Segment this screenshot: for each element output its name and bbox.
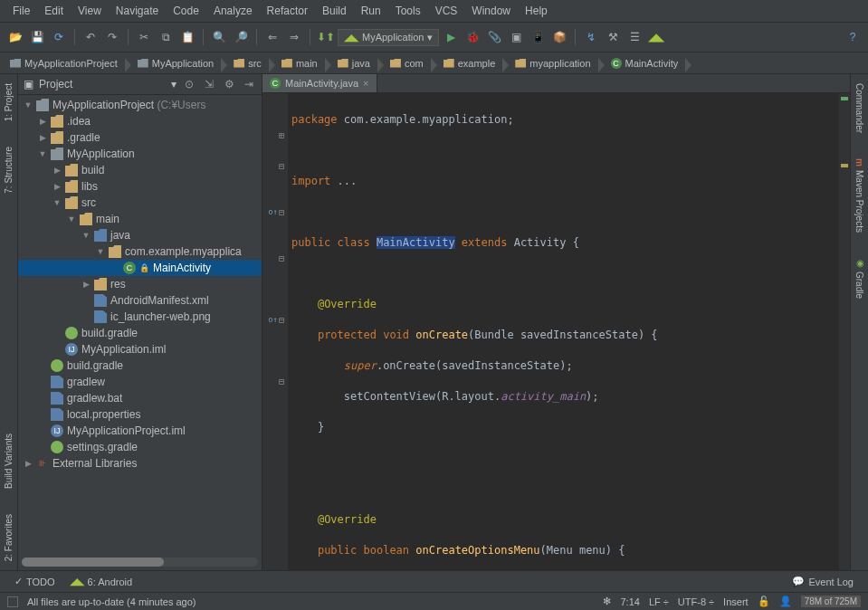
menu-edit[interactable]: Edit — [39, 3, 69, 19]
debug-icon[interactable]: 🐞 — [463, 27, 482, 47]
sync-icon[interactable]: ⟳ — [49, 27, 69, 47]
tree-item[interactable]: ▼com.example.myapplica — [18, 243, 262, 260]
tree-arrow-icon[interactable]: ▼ — [52, 198, 62, 207]
tree-item[interactable]: local.properties — [18, 406, 262, 423]
tree-item[interactable]: ▶build — [18, 162, 262, 178]
tree-arrow-icon[interactable]: ▼ — [67, 214, 76, 224]
build-variants-tool-tab[interactable]: Build Variants — [2, 430, 15, 492]
todo-tool-tab[interactable]: ✓TODO — [7, 573, 62, 590]
fold-icon[interactable]: ⊟ — [279, 251, 284, 266]
tree-arrow-icon[interactable]: ▼ — [81, 231, 91, 240]
tree-item[interactable]: ▶.gradle — [18, 129, 262, 146]
menu-refactor[interactable]: Refactor — [262, 3, 313, 19]
tree-arrow-icon[interactable]: ▼ — [38, 149, 47, 158]
forward-icon[interactable]: ⇒ — [284, 27, 304, 47]
tree-item[interactable]: IJMyApplicationProject.iml — [18, 423, 262, 439]
collapse-all-icon[interactable]: ⇲ — [202, 77, 216, 91]
tree-item[interactable]: ▶libs — [18, 178, 262, 195]
breadcrumb-item[interactable]: MyApplication — [133, 56, 218, 71]
paste-icon[interactable]: 📋 — [177, 27, 197, 47]
fold-icon[interactable]: ⊞ — [279, 128, 284, 143]
avd-manager-icon[interactable]: 📱 — [528, 27, 548, 47]
tree-item[interactable]: C🔒MainActivity — [18, 260, 262, 276]
run-configuration-selector[interactable]: ◢◣ MyApplication ▾ — [338, 29, 439, 46]
editor-gutter[interactable]: ⊞ ⊟ o↑⊟ ⊟ o↑⊟ ⊟ — [262, 93, 288, 570]
breadcrumb-item[interactable]: MyApplicationProject — [5, 56, 122, 71]
find-icon[interactable]: 🔍 — [209, 27, 229, 47]
tree-item[interactable]: ▶⊪External Libraries — [18, 455, 262, 472]
breadcrumb-item[interactable]: src — [229, 56, 266, 71]
menu-help[interactable]: Help — [520, 3, 553, 19]
override-icon[interactable]: o↑ — [268, 312, 278, 328]
replace-icon[interactable]: 🔎 — [231, 27, 251, 47]
tree-arrow-icon[interactable]: ▶ — [81, 280, 91, 289]
file-encoding[interactable]: UTF-8 ÷ — [678, 596, 714, 607]
tree-item[interactable]: ▶res — [18, 276, 262, 292]
menu-build[interactable]: Build — [317, 3, 352, 19]
horizontal-scrollbar[interactable] — [22, 558, 258, 567]
tree-arrow-icon[interactable]: ▶ — [52, 166, 62, 175]
tree-item[interactable]: ▼main — [18, 211, 262, 227]
ddms-icon[interactable]: ☰ — [625, 27, 644, 47]
breadcrumb-item[interactable]: java — [333, 56, 375, 71]
warning-marker[interactable] — [841, 164, 848, 167]
menu-run[interactable]: Run — [356, 3, 386, 19]
tree-item[interactable]: ▼src — [18, 195, 262, 211]
status-checkbox[interactable] — [7, 596, 18, 607]
menu-window[interactable]: Window — [466, 3, 516, 19]
tree-item[interactable]: AndroidManifest.xml — [18, 292, 262, 309]
tree-item[interactable]: gradlew.bat — [18, 390, 262, 406]
cursor-position[interactable]: 7:14 — [620, 596, 639, 607]
open-file-icon[interactable]: 📂 — [5, 27, 25, 47]
tree-item[interactable]: ic_launcher-web.png — [18, 309, 262, 325]
stop-icon[interactable]: ▣ — [506, 27, 526, 47]
tree-item[interactable]: ▼java — [18, 227, 262, 243]
dropdown-icon[interactable]: ▾ — [171, 78, 176, 91]
sdk-manager-icon[interactable]: 📦 — [549, 27, 569, 47]
fold-icon[interactable]: ⊟ — [279, 374, 284, 389]
tree-arrow-icon[interactable]: ▶ — [24, 459, 33, 468]
help-icon[interactable]: ? — [843, 27, 863, 47]
breadcrumb-item[interactable]: main — [277, 56, 322, 71]
redo-icon[interactable]: ↷ — [102, 27, 122, 47]
menu-analyze[interactable]: Analyze — [208, 3, 258, 19]
tree-arrow-icon[interactable]: ▶ — [38, 117, 47, 126]
gradle-tool-tab[interactable]: ◉Gradle — [853, 254, 866, 302]
make-project-icon[interactable]: ⬇⬆ — [316, 27, 336, 47]
run-icon[interactable]: ▶ — [441, 27, 461, 47]
tree-arrow-icon[interactable]: ▶ — [52, 182, 62, 191]
copy-icon[interactable]: ⧉ — [156, 27, 176, 47]
code-editor[interactable]: ⊞ ⊟ o↑⊟ ⊟ o↑⊟ ⊟ package com.example.myap… — [262, 93, 850, 570]
breadcrumb-item[interactable]: com — [386, 56, 428, 71]
structure-tool-tab[interactable]: 7: Structure — [2, 143, 15, 197]
favorites-tool-tab[interactable]: 2: Favorites — [2, 510, 15, 565]
editor-tab-mainactivity[interactable]: C MainActivity.java × — [262, 74, 377, 92]
menu-file[interactable]: File — [7, 3, 35, 19]
tree-item[interactable]: build.gradle — [18, 357, 262, 374]
tree-item[interactable]: ▶.idea — [18, 113, 262, 129]
project-structure-icon[interactable]: ⚒ — [603, 27, 623, 47]
save-all-icon[interactable]: 💾 — [27, 27, 47, 47]
undo-icon[interactable]: ↶ — [81, 27, 100, 47]
tree-item[interactable]: IJMyApplication.iml — [18, 341, 262, 357]
menu-code[interactable]: Code — [167, 3, 205, 19]
fold-icon[interactable]: ⊟ — [279, 312, 284, 328]
tree-item[interactable]: build.gradle — [18, 325, 262, 341]
back-icon[interactable]: ⇐ — [262, 27, 282, 47]
tree-arrow-icon[interactable]: ▼ — [96, 247, 105, 256]
scroll-from-source-icon[interactable]: ⊙ — [182, 77, 196, 91]
code-content[interactable]: package com.example.myapplication; impor… — [288, 93, 839, 570]
fold-icon[interactable]: ⊟ — [279, 158, 284, 174]
android-tool-tab[interactable]: ◢◣6: Android — [62, 573, 140, 590]
tree-arrow-icon[interactable]: ▶ — [38, 133, 47, 142]
tree-item[interactable]: gradlew — [18, 374, 262, 390]
line-separator[interactable]: LF ÷ — [649, 596, 669, 607]
hector-icon[interactable]: 👤 — [779, 596, 792, 607]
menu-vcs[interactable]: VCS — [430, 3, 463, 19]
tree-arrow-icon[interactable]: ▼ — [24, 100, 33, 110]
lock-icon[interactable]: 🔓 — [758, 596, 770, 607]
menu-view[interactable]: View — [72, 3, 107, 19]
override-icon[interactable]: o↑ — [268, 205, 278, 220]
project-tree[interactable]: ▼MyApplicationProject (C:¥Users▶.idea▶.g… — [18, 95, 262, 554]
android-icon[interactable]: ◢◣ — [646, 27, 666, 47]
